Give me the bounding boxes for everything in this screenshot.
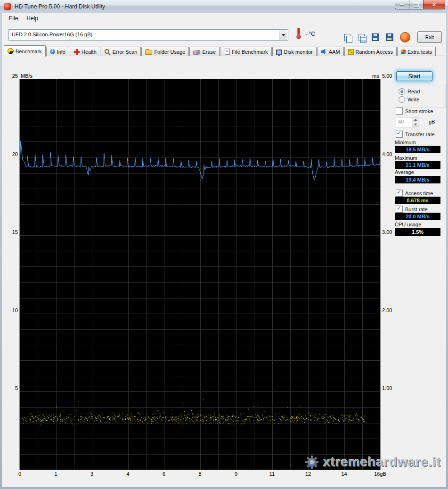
tab-erase[interactable]: Erase	[189, 47, 220, 56]
tab-random-access[interactable]: Random Access	[344, 47, 397, 56]
axis-tick-label: 6	[155, 471, 173, 477]
access-time-label: Access time	[405, 191, 433, 196]
axis-tick-label: 16gB	[371, 471, 390, 477]
disk-monitor-icon	[276, 50, 282, 55]
transfer-rate-checkbox[interactable]	[396, 131, 403, 138]
copy-text-button[interactable]	[355, 31, 367, 43]
info-icon	[50, 49, 55, 54]
benchmark-gauge-icon	[8, 48, 14, 54]
health-cross-icon	[73, 49, 80, 55]
tab-label: AAM	[329, 49, 340, 55]
tab-folder-usage[interactable]: Folder Usage	[141, 47, 189, 56]
thermometer-icon	[296, 28, 300, 39]
average-value: 19.4 MB/s	[395, 176, 440, 183]
axis-tick-label: 8	[191, 471, 210, 477]
maximum-value: 21.1 MB/s	[395, 161, 440, 169]
axis-tick-label: 1.00	[382, 385, 401, 391]
menu-file[interactable]: File	[5, 14, 22, 23]
save-screenshot-button[interactable]	[369, 31, 382, 43]
axis-tick-label: 10	[2, 307, 18, 313]
short-stroke-row: Short stroke	[396, 108, 433, 115]
start-button[interactable]: Start	[396, 71, 432, 81]
folder-usage-icon	[145, 50, 152, 55]
spinner-down-icon[interactable]	[412, 122, 419, 127]
spinner-up-icon[interactable]	[412, 117, 419, 122]
short-stroke-size-value: 40	[396, 117, 412, 127]
tab-info[interactable]: Info	[46, 47, 69, 56]
axis-tick-label: 3	[82, 471, 101, 477]
save-screenshot-icon	[372, 33, 379, 41]
minimize-button[interactable]	[395, 0, 409, 9]
minimize-icon	[400, 4, 404, 5]
tab-label: File Benchmark	[232, 49, 268, 55]
titlebar[interactable]: HD Tune Pro 5.00 - Hard Disk Utility ×	[0, 0, 448, 14]
window-frame-left	[0, 13, 2, 489]
tab-extra-tests[interactable]: Extra tests	[397, 47, 436, 56]
copy-screenshot-button[interactable]	[341, 31, 353, 43]
short-stroke-checkbox[interactable]	[396, 108, 403, 115]
hd-tune-window: HD Tune Pro 5.00 - Hard Disk Utility × F…	[0, 0, 448, 489]
tab-benchmark[interactable]: Benchmark	[4, 45, 46, 57]
extra-tests-icon	[401, 50, 406, 54]
y-left-unit-label: MB/s	[21, 73, 33, 79]
burst-rate-label: Burst rate	[405, 207, 428, 212]
app-icon	[4, 3, 11, 10]
maximize-icon	[414, 2, 419, 7]
device-selector-value: UFD 2.0 Silicon-Power16G (16 gB)	[12, 32, 92, 37]
axis-tick-label: 14	[335, 471, 354, 477]
short-stroke-unit-label: gB	[429, 119, 435, 124]
toolbar: UFD 2.0 Silicon-Power16G (16 gB) - °C ↓ …	[2, 24, 446, 43]
tab-error-scan[interactable]: Error Scan	[101, 47, 141, 56]
axis-tick-label: 9	[227, 471, 245, 477]
tab-aam[interactable]: AAM	[317, 47, 344, 56]
tab-label: Extra tests	[407, 49, 432, 55]
update-button[interactable]: ↓	[399, 31, 411, 43]
access-time-row: Access time	[396, 190, 433, 197]
burst-rate-checkbox[interactable]	[396, 206, 403, 213]
read-radio-label: Read	[407, 89, 420, 94]
minimum-value: 18.5 MB/s	[395, 146, 440, 153]
access-time-value: 0.678 ms	[395, 197, 440, 204]
access-time-checkbox[interactable]	[396, 190, 403, 197]
write-radio[interactable]	[399, 96, 405, 103]
axis-tick-label: 1	[47, 471, 65, 477]
window-frame-right	[446, 13, 448, 489]
dropdown-arrow-icon	[279, 30, 287, 40]
short-stroke-size-input[interactable]: 40	[396, 117, 419, 127]
tab-label: Error Scan	[113, 49, 138, 55]
tab-label: Health	[81, 49, 97, 55]
tab-health[interactable]: Health	[70, 47, 100, 56]
update-arrow-icon: ↓	[400, 32, 410, 42]
benchmark-chart	[19, 79, 381, 470]
tab-disk-monitor[interactable]: Disk monitor	[272, 47, 317, 56]
axis-tick-label: 11	[263, 471, 282, 477]
copy-text-icon	[358, 34, 365, 41]
tab-label: Benchmark	[16, 49, 42, 54]
axis-tick-label: 4	[119, 471, 138, 477]
save-text-button[interactable]	[383, 31, 396, 43]
burst-rate-row: Burst rate	[396, 206, 428, 213]
erase-icon	[193, 50, 201, 55]
write-radio-label: Write	[407, 97, 419, 102]
benchmark-plot	[20, 79, 380, 470]
axis-tick-label: 5	[2, 385, 18, 391]
exit-button[interactable]: Exit	[417, 31, 442, 43]
device-selector[interactable]: UFD 2.0 Silicon-Power16G (16 gB)	[8, 29, 288, 41]
spinner-buttons	[412, 117, 419, 127]
axis-tick-label: 0	[10, 471, 29, 477]
transfer-rate-row: Transfer rate	[396, 131, 435, 138]
axis-tick-label: 12	[299, 471, 318, 477]
close-button[interactable]: ×	[423, 0, 445, 9]
burst-rate-value: 20.0 MB/s	[395, 213, 440, 220]
save-text-icon	[386, 33, 393, 41]
menu-bar: File Help	[2, 13, 446, 24]
maximize-button[interactable]	[409, 0, 424, 9]
menu-help[interactable]: Help	[22, 14, 42, 23]
y-right-unit-label: ms	[372, 73, 379, 79]
read-radio[interactable]	[399, 88, 405, 95]
average-label: Average	[395, 169, 414, 175]
tab-label: Disk monitor	[284, 49, 313, 55]
cpu-usage-label: CPU usage	[395, 222, 421, 227]
tab-file-benchmark[interactable]: File Benchmark	[220, 47, 271, 56]
maximum-label: Maximum	[395, 155, 417, 161]
